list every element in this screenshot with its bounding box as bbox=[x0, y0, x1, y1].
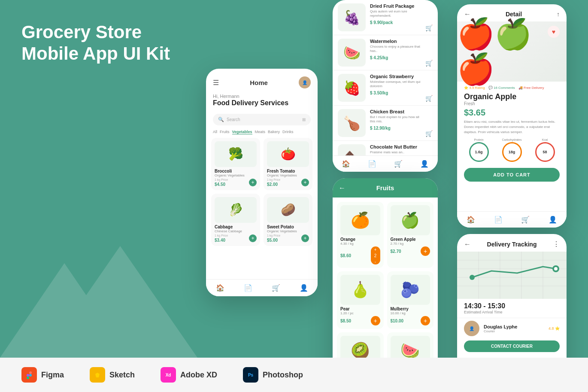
list-nav-icon[interactable]: 📄 bbox=[368, 160, 376, 168]
fruit-card[interactable]: 🍐 Pear 1.20 / pc $8.50 + bbox=[337, 271, 384, 329]
fruit-price-sub: 1.20 / pc bbox=[340, 311, 380, 315]
filter-icon[interactable]: ⊞ bbox=[302, 117, 306, 122]
qty-control[interactable]: + 2 - bbox=[371, 246, 380, 264]
menu-icon[interactable]: ☰ bbox=[213, 79, 219, 87]
price-unit: 1 kg Price bbox=[215, 178, 228, 181]
cart-nav-icon[interactable]: 🛒 bbox=[394, 160, 403, 168]
cat-fruits[interactable]: Fruits bbox=[220, 130, 230, 134]
user-avatar[interactable]: 👤 bbox=[299, 76, 311, 88]
product-price: $2.00 bbox=[267, 182, 280, 187]
product-card[interactable]: 🥬 Cabbage Chinese Cabbage 1 kg Price $3.… bbox=[211, 194, 260, 246]
back-icon[interactable]: ← bbox=[339, 184, 346, 192]
profile-nav-icon[interactable]: 👤 bbox=[300, 284, 308, 292]
xd-icon: Xd bbox=[161, 367, 176, 383]
product-card[interactable]: 🥦 Broccoli Organic Vegetables 1 kg Price… bbox=[211, 138, 260, 190]
svg-point-17 bbox=[29, 374, 32, 377]
list-product-image: 🍗 bbox=[338, 109, 366, 137]
tracking-time: 14:30 - 15:30 Estimated Arrival Time bbox=[457, 299, 567, 318]
cart-nav-icon[interactable]: 🛒 bbox=[521, 216, 530, 224]
map-area bbox=[457, 252, 567, 299]
time-range: 14:30 - 15:30 bbox=[464, 302, 560, 310]
add-to-cart-btn[interactable]: + bbox=[301, 179, 309, 186]
carbs-circle: 18g bbox=[502, 142, 522, 162]
add-fruit-btn[interactable]: + bbox=[421, 246, 430, 256]
contact-courier-btn[interactable]: CONTACT COURIER bbox=[464, 340, 560, 352]
bottom-nav: 🏠 📄 🛒 👤 bbox=[206, 279, 318, 296]
figma-icon bbox=[21, 367, 37, 383]
phone2-nav: 🏠 📄 🛒 👤 bbox=[333, 155, 438, 172]
cat-bakery[interactable]: Bakery bbox=[268, 130, 280, 134]
cart-nav-icon[interactable]: 🛒 bbox=[272, 284, 280, 292]
product-card[interactable]: 🍅 Fresh Tomato Organic Vegetables 1 kg P… bbox=[264, 138, 312, 190]
list-nav-icon[interactable]: 📄 bbox=[494, 216, 503, 224]
cart-icon[interactable]: 🛒 bbox=[425, 130, 433, 137]
fruit-price: $10.00 bbox=[391, 319, 404, 323]
phone-fruits: ← Fruits 🍊 Orange 4.30 / kg $8.60 + 2 - … bbox=[333, 178, 438, 389]
profile-nav-icon[interactable]: 👤 bbox=[549, 216, 557, 224]
list-item[interactable]: 🍉 Watermelon Chooses to enjoy a pleasure… bbox=[333, 35, 438, 70]
search-icon: 🔍 bbox=[218, 117, 224, 122]
ps-tool: Ps Photoshop bbox=[243, 367, 303, 383]
fruit-name: Mulberry bbox=[391, 307, 430, 311]
fruit-name: Green Apple bbox=[391, 237, 430, 242]
list-product-name: Organic Strawberry bbox=[370, 74, 421, 79]
cart-icon[interactable]: 🛒 bbox=[425, 60, 433, 67]
search-bar[interactable]: 🔍 Search ⊞ bbox=[213, 114, 311, 125]
home-title: Home bbox=[250, 79, 268, 86]
page-title: Grocery Store Mobile App UI Kit bbox=[21, 21, 170, 65]
list-product-price: $ 4.25/kg bbox=[370, 55, 421, 60]
add-fruit-btn[interactable]: + bbox=[421, 316, 430, 325]
fruit-price-sub: 2.70 / kg bbox=[391, 242, 430, 246]
home-nav-icon[interactable]: 🏠 bbox=[216, 284, 224, 292]
cart-icon[interactable]: 🛒 bbox=[425, 95, 433, 102]
list-item[interactable]: 🍗 Chicken Breast But I must explain to y… bbox=[333, 106, 438, 141]
time-label: Estimated Arrival Time bbox=[464, 310, 560, 314]
add-to-cart-button[interactable]: ADD TO CART bbox=[464, 168, 560, 182]
tool-bar: Figma Sketch Xd Adobe XD Ps Photoshop bbox=[0, 358, 588, 392]
phone4-nav: 🏠 📄 🛒 👤 bbox=[457, 211, 567, 228]
product-name: Cabbage bbox=[215, 225, 257, 229]
product-sub: Organic Vegetables bbox=[215, 173, 257, 177]
qty-minus[interactable]: - bbox=[371, 258, 380, 264]
list-item[interactable]: 🍓 Organic Strawberry Molestiae consequa,… bbox=[333, 70, 438, 106]
cat-meats[interactable]: Meats bbox=[255, 130, 266, 134]
detail-info: ⭐ 4.9 Rating 💬 16 Comments 🚚 Free Delive… bbox=[457, 82, 567, 186]
list-item[interactable]: 🍇 Dried Fruit Package Quis autem vel eum… bbox=[333, 0, 438, 35]
phone-detail: ← Detail ↑ 🍎🍏🍎 ♥ ⭐ 4.9 Rating 💬 16 Comme… bbox=[457, 4, 567, 228]
detail-hero-image: 🍎🍏🍎 ♥ bbox=[457, 21, 567, 82]
kcal-circle: 58 bbox=[535, 142, 555, 162]
greeting: Hi, Hermann bbox=[206, 92, 318, 99]
price-unit: 1 kg Price bbox=[267, 234, 280, 237]
qty-value: 2 bbox=[371, 252, 380, 258]
search-placeholder: Search bbox=[227, 117, 240, 122]
product-sub: Organic Vegetables bbox=[267, 173, 309, 177]
qty-plus[interactable]: + bbox=[371, 246, 380, 252]
nutrition-protein: Protein 1.6g bbox=[469, 138, 489, 162]
cat-vegetables[interactable]: Vegetables bbox=[232, 130, 252, 134]
protein-circle: 1.6g bbox=[469, 142, 489, 162]
home-nav-icon[interactable]: 🏠 bbox=[467, 216, 475, 224]
product-sub: Organic Vegetables bbox=[267, 229, 309, 233]
list-nav-icon[interactable]: 📄 bbox=[244, 284, 252, 292]
wishlist-btn[interactable]: ♥ bbox=[548, 26, 560, 38]
product-price: $3.40 bbox=[215, 238, 228, 243]
fruit-card[interactable]: 🍊 Orange 4.30 / kg $8.60 + 2 - bbox=[337, 202, 384, 268]
home-nav-icon[interactable]: 🏠 bbox=[342, 160, 350, 168]
add-to-cart-btn[interactable]: + bbox=[249, 179, 257, 186]
cat-drinks[interactable]: Drinks bbox=[282, 130, 294, 134]
fruit-card[interactable]: 🍏 Green Apple 2.70 / kg $2.70 + bbox=[387, 202, 434, 268]
more-icon[interactable]: ⋮ bbox=[553, 240, 560, 248]
profile-nav-icon[interactable]: 👤 bbox=[420, 160, 429, 168]
add-fruit-btn[interactable]: + bbox=[371, 316, 380, 325]
product-price: $5.00 bbox=[267, 238, 280, 243]
category-tabs: All Fruits Vegetables Meats Bakery Drink… bbox=[206, 130, 318, 134]
cat-all[interactable]: All bbox=[213, 130, 217, 134]
add-to-cart-btn[interactable]: + bbox=[301, 234, 309, 242]
fruit-price-sub: 4.30 / kg bbox=[340, 242, 380, 246]
product-card[interactable]: 🥔 Sweet Potato Organic Vegetables 1 kg P… bbox=[264, 194, 312, 246]
back-icon[interactable]: ← bbox=[464, 240, 471, 248]
svg-rect-13 bbox=[27, 371, 29, 374]
fruit-card[interactable]: 🫐 Mulberry 10.00 / kg $10.00 + bbox=[387, 271, 434, 329]
add-to-cart-btn[interactable]: + bbox=[249, 234, 257, 242]
cart-icon[interactable]: 🛒 bbox=[425, 24, 433, 31]
